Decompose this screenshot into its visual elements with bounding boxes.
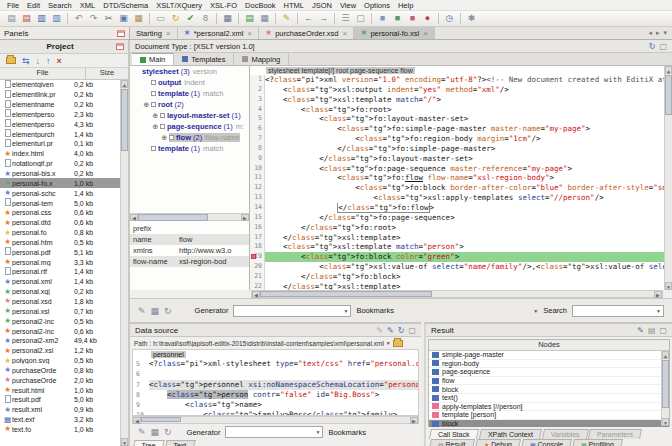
file-row[interactable]: ★personal2.xsl1,2 kb	[0, 346, 120, 356]
file-row[interactable]: ★personal.mg3,3 kb	[0, 257, 120, 267]
result-tab-xpath-context[interactable]: XPath Context	[478, 429, 541, 439]
menu-view[interactable]: View	[336, 1, 360, 10]
element-green-icon[interactable]: ■	[391, 12, 404, 25]
menu-xslt-xquery[interactable]: XSLT/XQuery	[152, 1, 206, 10]
scroll-up-icon[interactable]: ▲	[662, 351, 669, 359]
cut-icon[interactable]: ✂	[102, 12, 115, 25]
code-line-1[interactable]: 1<?class="pi">xml version="1.0" encoding…	[250, 75, 672, 85]
tab--personal2-xml[interactable]: ★*personal2.xml×	[178, 27, 259, 39]
file-row[interactable]: ★personal-fo.x1,0 kb	[0, 178, 120, 188]
file-row[interactable]: ★personal.xml1,4 kb	[0, 277, 120, 287]
menu-options[interactable]: Options	[360, 1, 394, 10]
code-line-14[interactable]: 14 </class="tg">fo:flow>	[250, 203, 672, 213]
scroll-down-icon[interactable]: ▼	[665, 282, 672, 290]
editor-tab-main[interactable]: Main	[132, 53, 174, 65]
tree-item-layout-master-set[interactable]: ⊕layout-master-set(1)	[130, 110, 249, 121]
project-scrollbar[interactable]: ▲ ▼	[120, 80, 128, 446]
element-blue-icon[interactable]: ■	[376, 12, 389, 25]
table-view-icon[interactable]: ▦	[151, 427, 160, 437]
code-line-17[interactable]: 17 </class="tg">xsl:template>	[250, 233, 672, 243]
bottom-tab-console[interactable]: ▦Console	[520, 439, 571, 446]
data-source-line-8[interactable]: 8 <class="tg">person contr="false" id="B…	[133, 390, 418, 400]
code-line-12[interactable]: 12 <class="tg">fo:block border-after-col…	[250, 183, 672, 193]
expand-icon[interactable]: ⊕	[151, 123, 160, 131]
editor-vertical-scrollbar[interactable]: ▲ ▼	[664, 66, 672, 290]
edit-pencil-icon[interactable]: ✎	[138, 427, 146, 437]
code-line-9[interactable]: 9 </class="tg">fo:layout-master-set>	[250, 154, 672, 164]
open-folder-icon[interactable]	[6, 57, 16, 64]
scroll-left-icon[interactable]: ◀	[130, 214, 138, 221]
tree-item-root[interactable]: ⊕root(2)	[130, 99, 249, 110]
result-maximize-icon[interactable]: ▢	[659, 326, 667, 335]
paste-icon[interactable]: ▦	[132, 12, 145, 25]
menu-file[interactable]: File	[3, 1, 23, 10]
forward-icon[interactable]: →	[317, 12, 330, 25]
attribute-row[interactable]: xmlnshttp://www.w3.o	[130, 245, 249, 256]
scroll-right-icon[interactable]: ▶	[410, 417, 418, 424]
tree-item-output[interactable]: outputindent	[130, 77, 249, 88]
path-dropdown-icon[interactable]: ▼	[386, 340, 391, 346]
tree-horizontal-scrollbar[interactable]: ◀ ▶	[130, 213, 249, 221]
file-row[interactable]: ★personal.xsd1,8 kb	[0, 297, 120, 307]
breakpoint-icon[interactable]	[251, 254, 256, 259]
tab-scroll-right-icon[interactable]: ▸	[656, 29, 660, 37]
code-line-8[interactable]: 8 </class="tg">fo:simple-page-master>	[250, 144, 672, 154]
undo-icon[interactable]: ↶	[72, 12, 85, 25]
expand-icon[interactable]: ⊕	[160, 134, 169, 142]
file-row[interactable]: ★personal2-inc0,5 kb	[0, 316, 120, 326]
file-row[interactable]: ★personal.dtd0,6 kb	[0, 218, 120, 228]
file-row[interactable]: ★polygon.svg0,5 kb	[0, 356, 120, 366]
attribute-row[interactable]: nameflow	[130, 234, 249, 245]
save-all-icon[interactable]: ▥	[50, 12, 63, 25]
data-source-tab-text[interactable]: Text	[166, 440, 196, 446]
code-line-21[interactable]: 21 </class="tg">fo:block>	[250, 272, 672, 282]
edit-pencil-icon[interactable]: ✎	[138, 306, 146, 316]
file-column-header[interactable]: File	[0, 68, 86, 79]
size-column-header[interactable]: Size	[86, 68, 128, 79]
code-line-3[interactable]: 3 <class="tg">xsl:template match="/">	[250, 95, 672, 105]
tree-item-page-sequence[interactable]: ⊕page-sequence(1)m:	[130, 121, 249, 132]
editor-horizontal-scrollbar[interactable]: ◀ ▶	[251, 290, 663, 298]
scroll-down-icon[interactable]: ▼	[662, 418, 669, 426]
file-row[interactable]: elementgiven0,2 kb	[0, 80, 120, 90]
close-tab-icon[interactable]: ×	[247, 29, 252, 38]
move-up-icon[interactable]: ↑	[46, 56, 51, 66]
file-row[interactable]: ★personal-schc1,4 kb	[0, 188, 120, 198]
node-row[interactable]: block	[429, 385, 669, 394]
code-line-13[interactable]: 13 <class="tg">xsl:apply-templates selec…	[250, 193, 672, 203]
attribute-row[interactable]: flow-namexsl-region-bod	[130, 256, 249, 267]
element-breadcrumb[interactable]: stylesheet template[/] root page-sequenc…	[250, 66, 672, 75]
editor-maximize-icon[interactable]: ▢	[659, 42, 667, 51]
scroll-up-icon[interactable]: ▲	[121, 80, 128, 88]
file-row[interactable]: elementpurch1,4 kb	[0, 129, 120, 139]
code-line-20[interactable]: 20 <class="tg">xsl:value-of select="name…	[250, 262, 672, 272]
file-row[interactable]: personal-tem5,0 kb	[0, 198, 120, 208]
reload-source-icon[interactable]: ↻	[398, 326, 405, 335]
tab-scroll-left-icon[interactable]: ◂	[648, 29, 652, 37]
menu-json[interactable]: JSON	[308, 1, 336, 10]
new-document-icon[interactable]: ▤	[5, 12, 18, 25]
menu-search[interactable]: Search	[44, 1, 76, 10]
close-tab-icon[interactable]: ×	[423, 29, 428, 38]
code-line-2[interactable]: 2 <class="tg">xsl:output indent="yes" me…	[250, 85, 672, 95]
menu-xml[interactable]: XML	[76, 1, 99, 10]
remove-file-icon[interactable]: ×	[57, 56, 62, 66]
code-line-10[interactable]: 10 <class="tg">fo:page-sequence master-r…	[250, 164, 672, 174]
file-row[interactable]: ★personal-bis.x0,2 kb	[0, 169, 120, 179]
file-row[interactable]: ★personal2-inc0,6 kb	[0, 326, 120, 336]
menu-docbook[interactable]: DocBook	[241, 1, 279, 10]
data-source-tab-tree[interactable]: Tree	[133, 440, 164, 446]
tree-item-template[interactable]: template(1)match	[130, 88, 249, 99]
editor-refresh-icon[interactable]: ↻	[649, 42, 656, 51]
outline-icon[interactable]: 8	[199, 12, 212, 25]
generator-run-icon[interactable]: ↻	[164, 427, 172, 437]
file-row[interactable]: ★personal.css0,6 kb	[0, 208, 120, 218]
editor-tab-templates[interactable]: Templates	[174, 53, 234, 65]
browser-icon[interactable]: ▦	[221, 12, 234, 25]
file-row[interactable]: result.pdf5,0 kb	[0, 395, 120, 405]
node-row[interactable]: apply-templates [//person]	[429, 403, 669, 412]
file-row[interactable]: ▦text.exf3,2 kb	[0, 415, 120, 425]
data-source-maximize-icon[interactable]: ▢	[408, 326, 416, 335]
file-row[interactable]: elementperso2,3 kb	[0, 110, 120, 120]
tab-Starting[interactable]: Starting×	[130, 27, 178, 39]
